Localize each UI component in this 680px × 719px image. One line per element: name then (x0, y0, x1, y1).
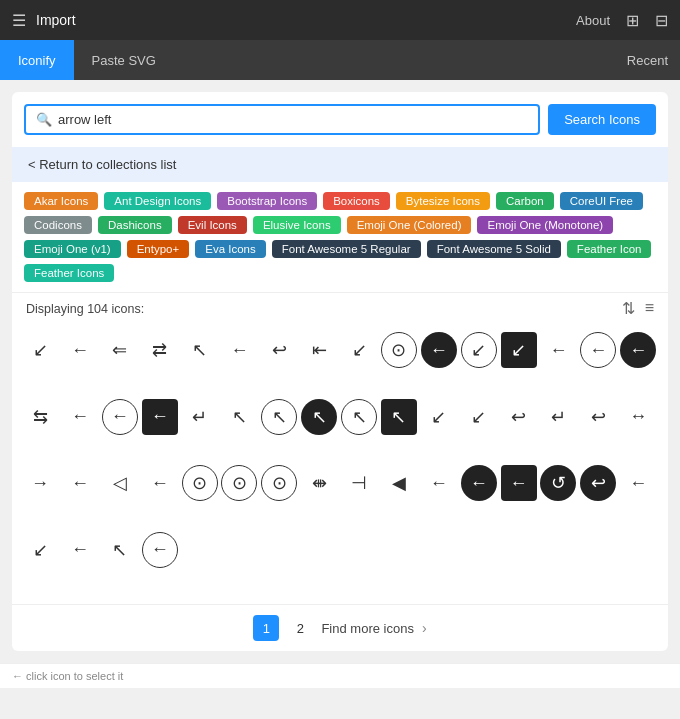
recent-button[interactable]: Recent (627, 53, 668, 68)
icon-cell[interactable]: ↖ (341, 399, 377, 435)
icon-cell[interactable]: ◀ (381, 465, 417, 501)
icon-cell[interactable]: ⊙ (261, 465, 297, 501)
icon-cell[interactable]: ⇼ (301, 465, 337, 501)
list-icon[interactable]: ≡ (645, 299, 654, 318)
tag-carbon[interactable]: Carbon (496, 192, 554, 210)
tag-font-awesome-5-solid[interactable]: Font Awesome 5 Solid (427, 240, 561, 258)
return-link[interactable]: < Return to collections list (12, 147, 668, 182)
icon-cell[interactable]: ↙ (22, 332, 58, 368)
tag-font-awesome-5-regular[interactable]: Font Awesome 5 Regular (272, 240, 421, 258)
icon-cell[interactable]: ← (142, 532, 178, 568)
tag-entypo+[interactable]: Entypo+ (127, 240, 190, 258)
icon-cell[interactable]: ← (501, 465, 537, 501)
hint-text: ← click icon to select it (12, 670, 123, 682)
tag-codicons[interactable]: Codicons (24, 216, 92, 234)
chevron-right-icon[interactable]: › (422, 620, 427, 636)
tab-paste-svg[interactable]: Paste SVG (74, 40, 174, 80)
pagination: 1 2 Find more icons › (12, 604, 668, 651)
tab-iconify[interactable]: Iconify (0, 40, 74, 80)
icon-cell[interactable]: ↖ (301, 399, 337, 435)
find-more-link[interactable]: Find more icons (321, 621, 413, 636)
app-title: Import (36, 12, 76, 28)
icon-cell[interactable]: ↙ (461, 332, 497, 368)
about-link[interactable]: About (576, 13, 610, 28)
display-controls: ⇅ ≡ (622, 299, 654, 318)
icon-cell[interactable]: ⇐ (102, 332, 138, 368)
page-2-button[interactable]: 2 (287, 615, 313, 641)
icon-cell[interactable]: ⇤ (301, 332, 337, 368)
icon-cell[interactable]: ← (620, 332, 656, 368)
tab-bar: Iconify Paste SVG Recent (0, 40, 680, 80)
tag-dashicons[interactable]: Dashicons (98, 216, 172, 234)
icon-cell[interactable]: ⊣ (341, 465, 377, 501)
icon-cell[interactable]: ← (461, 465, 497, 501)
search-button[interactable]: Search Icons (548, 104, 656, 135)
icon-cell[interactable]: ◁ (102, 465, 138, 501)
icon-cell[interactable]: ⊙ (221, 465, 257, 501)
icon-cell[interactable]: ⇆ (22, 399, 58, 435)
tag-elusive-icons[interactable]: Elusive Icons (253, 216, 341, 234)
icon-cell[interactable]: ← (62, 532, 98, 568)
displaying-row: Displaying 104 icons: ⇅ ≡ (12, 292, 668, 324)
icon-cell[interactable]: → (22, 465, 58, 501)
tag-bootstrap-icons[interactable]: Bootstrap Icons (217, 192, 317, 210)
icon-cell[interactable]: ↩ (580, 399, 616, 435)
icon-cell[interactable]: ↵ (540, 399, 576, 435)
icon-cell[interactable]: ↖ (182, 332, 218, 368)
icon-cell[interactable]: ↙ (341, 332, 377, 368)
tag-ant-design-icons[interactable]: Ant Design Icons (104, 192, 211, 210)
icon-cell[interactable]: ← (620, 465, 656, 501)
icon-cell[interactable]: ↖ (261, 399, 297, 435)
icon-cell[interactable]: ↙ (421, 399, 457, 435)
tag-emoji-one-(monotone)[interactable]: Emoji One (Monotone) (477, 216, 613, 234)
icon-cell[interactable]: ← (142, 399, 178, 435)
icon-cell[interactable]: ⇄ (142, 332, 178, 368)
panels-icon[interactable]: ⊟ (655, 11, 668, 30)
icon-cell[interactable]: ↖ (381, 399, 417, 435)
icons-grid: ↙←⇐⇄↖←↩⇤↙⊙←↙↙←←←⇆←←←↵↖↖↖↖↖↙↙↩↵↩↔→←◁←⊙⊙⊙⇼… (12, 324, 668, 604)
icon-cell[interactable]: ⊙ (381, 332, 417, 368)
search-input[interactable] (58, 112, 528, 127)
tag-evil-icons[interactable]: Evil Icons (178, 216, 247, 234)
icon-cell[interactable]: ← (221, 332, 257, 368)
icon-cell[interactable]: ⊙ (182, 465, 218, 501)
icon-cell[interactable]: ← (540, 332, 576, 368)
icon-cell[interactable]: ← (62, 465, 98, 501)
bottom-hint: ← click icon to select it (0, 663, 680, 688)
icon-cell[interactable]: ↖ (221, 399, 257, 435)
tag-emoji-one-(v1)[interactable]: Emoji One (v1) (24, 240, 121, 258)
search-icon: 🔍 (36, 112, 52, 127)
page-1-button[interactable]: 1 (253, 615, 279, 641)
icon-cell[interactable]: ↙ (461, 399, 497, 435)
tag-feather-icons[interactable]: Feather Icons (24, 264, 114, 282)
icon-cell[interactable]: ↔ (620, 399, 656, 435)
icon-cell[interactable]: ← (62, 332, 98, 368)
icon-cell[interactable]: ↩ (580, 465, 616, 501)
icon-cell[interactable]: ↵ (182, 399, 218, 435)
tag-boxicons[interactable]: Boxicons (323, 192, 390, 210)
tag-emoji-one-(colored)[interactable]: Emoji One (Colored) (347, 216, 472, 234)
icon-cell[interactable]: ← (580, 332, 616, 368)
icon-cell[interactable]: ← (421, 465, 457, 501)
displaying-text: Displaying 104 icons: (26, 302, 144, 316)
tag-coreui-free[interactable]: CoreUI Free (560, 192, 643, 210)
tag-bytesize-icons[interactable]: Bytesize Icons (396, 192, 490, 210)
icon-cell[interactable]: ↖ (102, 532, 138, 568)
icon-cell[interactable]: ↩ (501, 399, 537, 435)
tag-feather-icon[interactable]: Feather Icon (567, 240, 652, 258)
icon-cell[interactable]: ← (142, 465, 178, 501)
icon-cell[interactable]: ← (421, 332, 457, 368)
main-panel: 🔍 Search Icons < Return to collections l… (12, 92, 668, 651)
icon-cell[interactable]: ↺ (540, 465, 576, 501)
icon-cell[interactable]: ↙ (22, 532, 58, 568)
icon-cell[interactable]: ← (62, 399, 98, 435)
icon-cell[interactable]: ← (102, 399, 138, 435)
tag-akar-icons[interactable]: Akar Icons (24, 192, 98, 210)
top-bar-left: ☰ Import (12, 11, 76, 30)
icon-cell[interactable]: ↩ (261, 332, 297, 368)
icon-cell[interactable]: ↙ (501, 332, 537, 368)
tag-eva-icons[interactable]: Eva Icons (195, 240, 266, 258)
grid-icon[interactable]: ⊞ (626, 11, 639, 30)
sort-icon[interactable]: ⇅ (622, 299, 635, 318)
hamburger-icon[interactable]: ☰ (12, 11, 26, 30)
